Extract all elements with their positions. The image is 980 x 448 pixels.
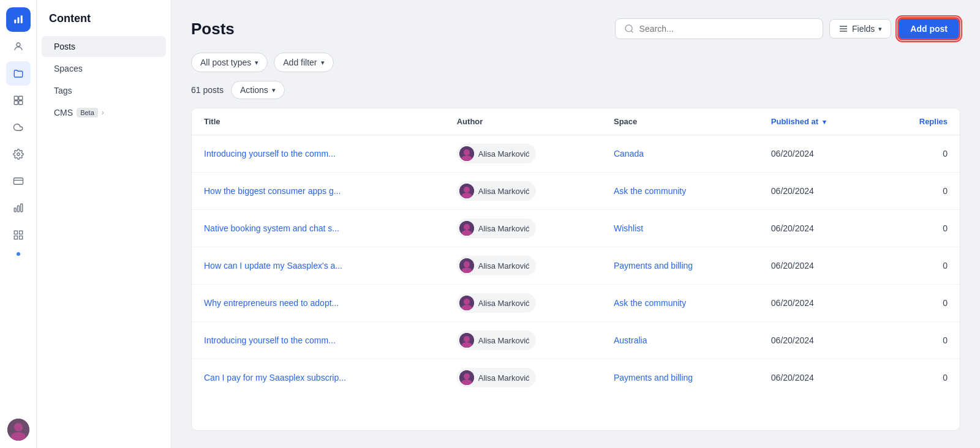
cell-replies: 0 [880,359,960,397]
user-avatar[interactable] [7,419,29,441]
author-name: Alisa Marković [478,149,530,159]
header-controls: Fields ▾ Add post [615,17,960,40]
space-link[interactable]: Australia [614,335,647,345]
user-nav-icon[interactable] [6,34,31,59]
all-post-types-button[interactable]: All post types ▾ [191,53,268,72]
sidebar-item-spaces[interactable]: Spaces [42,58,166,79]
post-title-link[interactable]: Introducing yourself to the comm... [204,335,336,345]
svg-point-30 [464,187,470,193]
svg-rect-12 [17,206,19,212]
post-title-link[interactable]: Introducing yourself to the comm... [204,149,336,159]
svg-rect-17 [19,236,22,239]
column-space: Space [601,108,759,135]
author-avatar [459,258,474,273]
svg-rect-7 [18,101,22,105]
space-link[interactable]: Ask the community [614,298,686,308]
sidebar: Content Posts Spaces Tags CMS Beta › [37,0,172,448]
header-row: Posts Fields ▾ Add post [191,17,960,40]
table-row: Introducing yourself to the comm... Alis… [192,322,960,359]
actions-button[interactable]: Actions ▾ [231,81,285,99]
space-link[interactable]: Payments and billing [614,261,693,271]
cell-title: How can I update my Saasplex's a... [192,247,445,285]
space-link[interactable]: Ask the community [614,186,686,196]
add-filter-chevron-icon: ▾ [321,59,325,67]
cell-title: Can I pay for my Saasplex subscrip... [192,359,445,397]
cell-space: Australia [601,322,759,359]
table-body: Introducing yourself to the comm... Alis… [192,135,960,397]
fields-chevron-icon: ▾ [878,25,882,33]
svg-rect-13 [20,204,22,212]
cell-author: Alisa Marković [445,173,601,210]
svg-point-8 [17,153,20,156]
author-chip: Alisa Marković [457,144,536,163]
author-name: Alisa Marković [478,261,530,271]
cell-replies: 0 [880,322,960,359]
table-row: Can I pay for my Saasplex subscrip... Al… [192,359,960,397]
cell-published-at: 06/20/2024 [759,247,880,285]
table-nav-icon[interactable] [6,88,31,113]
cell-space: Payments and billing [601,359,759,397]
post-title-link[interactable]: How can I update my Saasplex's a... [204,261,342,271]
post-title-link[interactable]: Can I pay for my Saasplex subscrip... [204,373,346,383]
svg-point-45 [464,373,470,379]
space-link[interactable]: Payments and billing [614,373,693,383]
table-row: Native booking system and chat s... Alis… [192,210,960,247]
brand-logo[interactable] [6,7,31,32]
search-icon [624,23,635,34]
author-avatar [459,296,474,310]
card-nav-icon[interactable] [6,169,31,193]
sidebar-item-cms[interactable]: CMS Beta › [42,102,166,123]
svg-line-22 [631,31,633,32]
svg-rect-4 [14,96,18,100]
column-replies[interactable]: Replies [880,108,960,135]
cell-space: Wishlist [601,210,759,247]
chart-nav-icon[interactable] [6,196,31,220]
column-published-at[interactable]: Published at ▾ [759,108,880,135]
svg-point-19 [14,423,23,431]
cell-replies: 0 [880,135,960,173]
svg-rect-9 [13,178,23,185]
fields-button[interactable]: Fields ▾ [829,19,891,39]
cell-author: Alisa Marković [445,135,601,173]
svg-rect-0 [14,20,16,23]
cell-space: Canada [601,135,759,173]
hamburger-icon [839,24,848,34]
cell-replies: 0 [880,210,960,247]
cell-replies: 0 [880,173,960,210]
main-content: Posts Fields ▾ Add post All post types ▾… [172,0,980,448]
sidebar-item-posts[interactable]: Posts [42,36,166,57]
table-header-row: Title Author Space Published at ▾ Replie… [192,108,960,135]
table-row: How can I update my Saasplex's a... Alis… [192,247,960,285]
cell-replies: 0 [880,285,960,322]
folder-nav-icon[interactable] [6,61,31,86]
cell-published-at: 06/20/2024 [759,135,880,173]
post-title-link[interactable]: How the biggest consumer apps g... [204,186,341,196]
cell-author: Alisa Marković [445,285,601,322]
svg-point-36 [464,261,470,267]
sidebar-item-tags[interactable]: Tags [42,80,166,101]
space-link[interactable]: Canada [614,149,644,159]
cell-title: Why entrepreneurs need to adopt... [192,285,445,322]
svg-rect-2 [20,15,22,23]
cell-published-at: 06/20/2024 [759,173,880,210]
search-input[interactable] [639,24,814,34]
space-link[interactable]: Wishlist [614,223,643,233]
posts-actions-row: 61 posts Actions ▾ [191,81,960,99]
grid-nav-icon[interactable] [6,223,31,247]
author-avatar [459,221,474,236]
cell-author: Alisa Marković [445,247,601,285]
cell-title: Introducing yourself to the comm... [192,322,445,359]
add-post-button[interactable]: Add post [897,17,960,40]
cell-replies: 0 [880,247,960,285]
post-title-link[interactable]: Why entrepreneurs need to adopt... [204,298,339,308]
cloud-nav-icon[interactable] [6,115,31,140]
post-title-link[interactable]: Native booking system and chat s... [204,223,339,233]
cell-published-at: 06/20/2024 [759,285,880,322]
svg-rect-15 [19,231,22,234]
table-row: Why entrepreneurs need to adopt... Alisa… [192,285,960,322]
actions-chevron-icon: ▾ [272,86,276,94]
posts-table: Title Author Space Published at ▾ Replie… [192,108,960,396]
add-filter-button[interactable]: Add filter ▾ [274,53,333,72]
cms-arrow-icon: › [102,108,104,117]
settings-nav-icon[interactable] [6,142,31,166]
